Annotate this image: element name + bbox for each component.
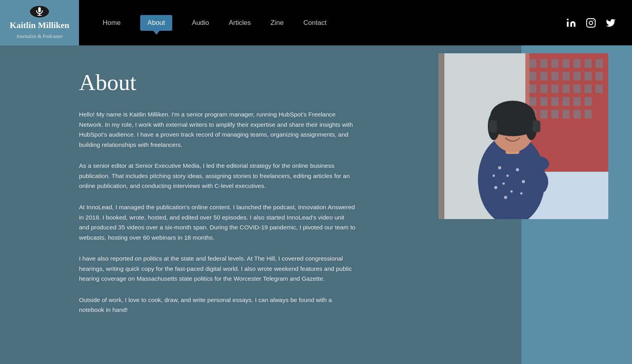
- svg-rect-5: [587, 19, 595, 27]
- logo-subtitle: Journalist & Podcaster: [16, 33, 63, 39]
- about-paragraph-2: As a senior editor at Senior Executive M…: [79, 161, 356, 191]
- svg-point-7: [593, 20, 594, 21]
- site-header: Kaitlin Milliken Journalist & Podcaster …: [0, 0, 632, 45]
- main-content: About Hello! My name is Kaitlin Milliken…: [0, 45, 632, 364]
- profile-photo-area: [434, 45, 632, 219]
- nav-audio[interactable]: Audio: [192, 19, 209, 27]
- nav-about[interactable]: About: [140, 15, 172, 31]
- logo-area: Kaitlin Milliken Journalist & Podcaster: [0, 0, 79, 45]
- svg-rect-67: [438, 53, 608, 219]
- main-nav: Home About Audio Articles Zine Contact: [79, 0, 566, 45]
- mic-icon: [30, 6, 49, 17]
- nav-zine[interactable]: Zine: [271, 19, 284, 27]
- profile-photo: [438, 53, 608, 219]
- nav-home[interactable]: Home: [103, 19, 120, 27]
- about-paragraph-1: Hello! My name is Kaitlin Milliken. I'm …: [79, 109, 356, 150]
- nav-contact[interactable]: Contact: [303, 19, 327, 27]
- nav-articles[interactable]: Articles: [229, 19, 251, 27]
- about-paragraph-3: At InnoLead, I managed the publication's…: [79, 202, 356, 242]
- page-title: About: [79, 69, 356, 96]
- social-links: [566, 0, 632, 45]
- svg-rect-3: [567, 21, 568, 26]
- logo-name: Kaitlin Milliken: [10, 21, 70, 30]
- about-paragraph-4: I have also reported on politics at the …: [79, 253, 356, 284]
- svg-point-6: [589, 21, 593, 24]
- about-content-area: About Hello! My name is Kaitlin Milliken…: [0, 45, 379, 364]
- twitter-icon[interactable]: [605, 17, 616, 28]
- instagram-icon[interactable]: [585, 17, 596, 28]
- svg-rect-0: [38, 8, 41, 13]
- svg-point-4: [567, 19, 568, 20]
- linkedin-icon[interactable]: [566, 17, 577, 28]
- about-paragraph-5: Outside of work, I love to cook, draw, a…: [79, 295, 356, 315]
